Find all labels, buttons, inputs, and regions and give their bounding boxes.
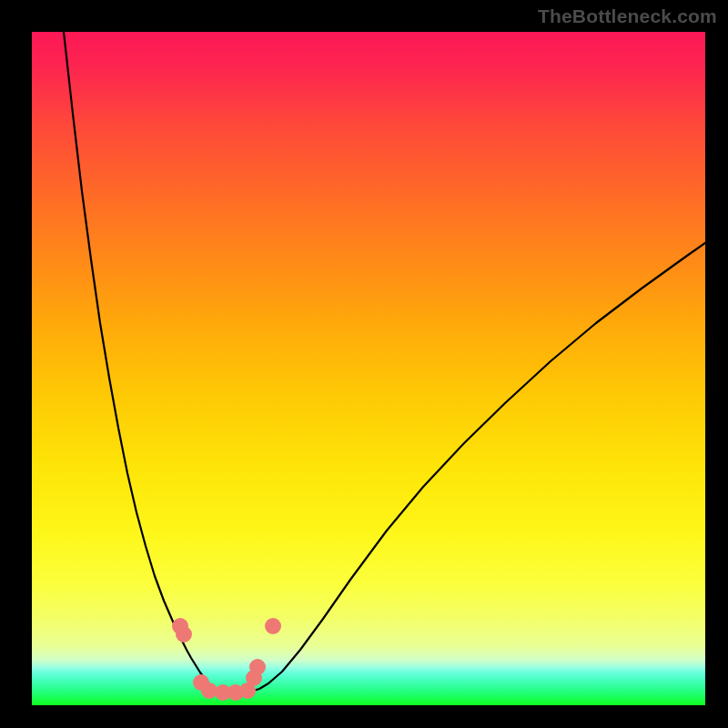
marker-dot — [249, 659, 266, 675]
bottleneck-curve — [64, 32, 705, 693]
chart-frame: TheBottleneck.com — [0, 0, 728, 728]
curve-overlay — [32, 32, 705, 705]
marker-dot — [265, 618, 281, 634]
pink-markers — [172, 618, 281, 701]
plot-area — [32, 32, 705, 705]
marker-dot — [176, 626, 192, 642]
watermark-text: TheBottleneck.com — [538, 5, 717, 27]
